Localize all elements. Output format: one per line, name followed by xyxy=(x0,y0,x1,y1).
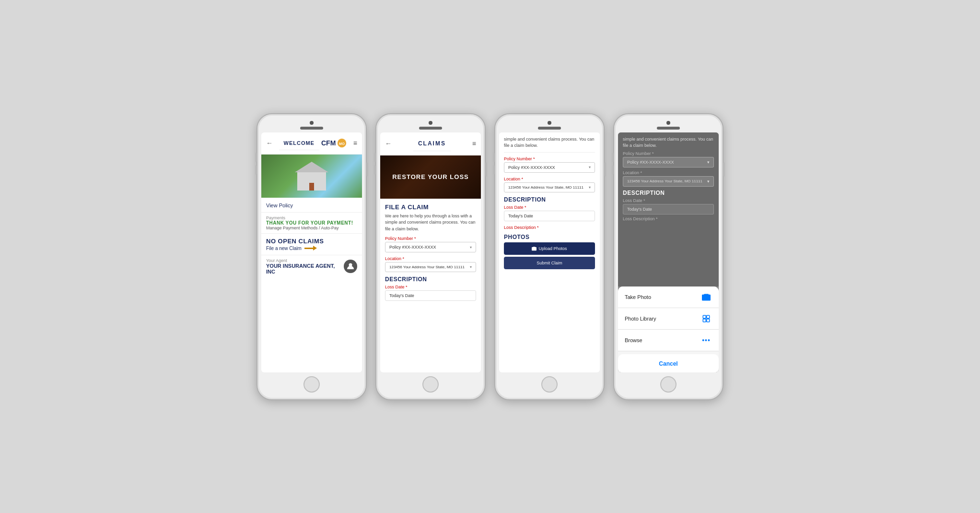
welcome-header: ← WELCOME CFM MO ≡ xyxy=(261,132,362,155)
volume-down-button-2 xyxy=(374,165,376,175)
power-button xyxy=(366,162,368,177)
side-buttons-left-2 xyxy=(374,153,376,175)
s3-location-label: Location * xyxy=(504,177,595,181)
browse-label: Browse xyxy=(625,337,642,343)
cancel-label: Cancel xyxy=(659,360,677,367)
file-claim-content: FILE A CLAIM We are here to help you thr… xyxy=(380,199,481,310)
home-button[interactable] xyxy=(303,376,320,393)
loss-date-input[interactable]: Today's Date xyxy=(385,290,476,301)
claims-title: CLAIMS xyxy=(413,136,451,151)
s3-policy-select[interactable]: Policy #XX-XXXX-XXXX ▾ xyxy=(504,162,595,173)
submit-claim-label: Submit Claim xyxy=(537,261,562,265)
side-buttons-left-4 xyxy=(612,153,614,175)
ear-speaker xyxy=(300,127,323,130)
photo-library-label: Photo Library xyxy=(625,316,656,322)
chevron-down-icon: ▾ xyxy=(470,245,472,250)
phone-top xyxy=(261,121,362,130)
volume-down-button xyxy=(255,165,257,175)
policy-number-group: Policy Number * Policy #XX-XXXX-XXXX ▾ xyxy=(385,236,476,252)
take-photo-row[interactable]: Take Photo xyxy=(618,286,719,308)
file-claim-row: File a new Claim xyxy=(266,246,357,251)
location-label: Location * xyxy=(385,256,476,261)
payment-thanks-text: THANK YOU FOR YOUR PAYMENT! xyxy=(266,220,357,226)
arrow-indicator xyxy=(304,246,317,251)
side-buttons-left xyxy=(255,153,257,175)
svg-rect-6 xyxy=(707,319,710,322)
take-photo-icon xyxy=(700,291,712,303)
home-button-2[interactable] xyxy=(422,376,439,393)
s3-loss-desc-group: Loss Description * xyxy=(504,225,595,230)
policy-number-value: Policy #XX-XXXX-XXXX xyxy=(389,245,436,250)
policy-number-select[interactable]: Policy #XX-XXXX-XXXX ▾ xyxy=(385,242,476,252)
front-camera-4 xyxy=(666,121,670,125)
overlay-policy-value: Policy #XX-XXXX-XXXX ▾ xyxy=(623,157,714,167)
mo-state-icon: MO xyxy=(337,138,347,148)
manage-payment-link[interactable]: Manage Payment Methods / Auto-Pay xyxy=(266,226,357,230)
dimmed-overlay: simple and convenient claims process. Yo… xyxy=(618,132,719,286)
cfm-text: CFM xyxy=(321,139,336,147)
svg-rect-5 xyxy=(703,319,706,322)
s3-location-value: 123456 Your Address Your State, MO 11111 xyxy=(508,185,583,190)
s3-policy-group: Policy Number * Policy #XX-XXXX-XXXX ▾ xyxy=(504,156,595,173)
agent-avatar-icon xyxy=(344,260,357,273)
front-camera xyxy=(310,121,314,125)
view-policy-link[interactable]: View Policy xyxy=(266,203,293,208)
phone-3: simple and convenient claims process. Yo… xyxy=(494,113,605,400)
photo-library-icon xyxy=(700,313,712,324)
s3-location-select[interactable]: 123456 Your Address Your State, MO 11111… xyxy=(504,182,595,192)
home-button-4[interactable] xyxy=(660,376,677,393)
screen3-top-text: simple and convenient claims process. Yo… xyxy=(504,136,595,153)
loss-date-group: Loss Date * Today's Date xyxy=(385,285,476,301)
s3-loss-date-input[interactable]: Today's Date xyxy=(504,211,595,221)
file-claim-link[interactable]: File a new Claim xyxy=(266,246,302,251)
upload-photos-button[interactable]: Upload Photos xyxy=(504,242,595,255)
description-section-title: DESCRIPTION xyxy=(385,276,476,283)
view-policy-section: View Policy xyxy=(261,198,362,213)
overlay-loss-desc-label: Loss Description * xyxy=(623,216,714,221)
restore-text: RESTORE YOUR LOSS xyxy=(392,173,469,180)
screen-1: ← WELCOME CFM MO ≡ xyxy=(261,132,362,372)
browse-row[interactable]: Browse ••• xyxy=(618,330,719,351)
screen-2: ← CLAIMS ≡ RESTORE YOUR LOSS FILE A CLAI… xyxy=(380,132,481,372)
s3-location-group: Location * 123456 Your Address Your Stat… xyxy=(504,177,595,192)
volume-down-button-4 xyxy=(612,165,614,175)
hamburger-menu-icon[interactable]: ≡ xyxy=(353,139,357,147)
overlay-loss-date-group: Loss Date * Today's Date xyxy=(623,198,714,215)
s3-description-title: DESCRIPTION xyxy=(504,196,595,203)
cancel-row[interactable]: Cancel xyxy=(618,354,719,372)
arrow-shaft xyxy=(304,248,313,249)
power-button-4 xyxy=(723,162,725,177)
back-arrow-2-icon[interactable]: ← xyxy=(385,140,392,147)
svg-rect-4 xyxy=(707,315,710,318)
claims-header: ← CLAIMS ≡ xyxy=(380,132,481,155)
overlay-location-group: Location * 123456 Your Address Your Stat… xyxy=(623,170,714,187)
browse-icon: ••• xyxy=(700,334,712,346)
action-sheet: Take Photo Photo Library xyxy=(618,286,719,372)
s3-policy-label: Policy Number * xyxy=(504,156,595,161)
s3-chevron-down-icon: ▾ xyxy=(589,165,591,169)
camera-icon xyxy=(532,246,537,251)
s3-loss-desc-label: Loss Description * xyxy=(504,225,595,230)
overlay-chevron-icon: ▾ xyxy=(707,160,710,165)
home-button-3[interactable] xyxy=(541,376,558,393)
overlay-location-value: 123456 Your Address Your State, MO 11111… xyxy=(623,176,714,187)
photo-library-row[interactable]: Photo Library xyxy=(618,308,719,330)
house-illustration xyxy=(295,162,328,191)
front-camera-3 xyxy=(548,121,551,125)
svg-text:MO: MO xyxy=(339,142,345,146)
phone-4: simple and convenient claims process. Yo… xyxy=(613,113,723,400)
submit-claim-button[interactable]: Submit Claim xyxy=(504,257,595,269)
overlay-loss-date-label: Loss Date * xyxy=(623,198,714,203)
file-claim-title: FILE A CLAIM xyxy=(385,203,476,211)
agent-section: Your Agent YOUR INSURANCE AGENT, INC xyxy=(261,255,362,277)
phones-container: ← WELCOME CFM MO ≡ xyxy=(257,113,723,400)
location-value: 123456 Your Address Your State, MO 11111 xyxy=(389,265,465,269)
hamburger-menu-2-icon[interactable]: ≡ xyxy=(472,140,476,147)
volume-down-button-3 xyxy=(493,165,495,175)
payments-label: Payments xyxy=(266,215,357,220)
s3-policy-value: Policy #XX-XXXX-XXXX xyxy=(508,165,555,170)
back-arrow-icon[interactable]: ← xyxy=(266,139,273,147)
phone-2: ← CLAIMS ≡ RESTORE YOUR LOSS FILE A CLAI… xyxy=(375,113,486,400)
location-select[interactable]: 123456 Your Address Your State, MO 11111… xyxy=(385,262,476,272)
take-photo-label: Take Photo xyxy=(625,294,651,300)
